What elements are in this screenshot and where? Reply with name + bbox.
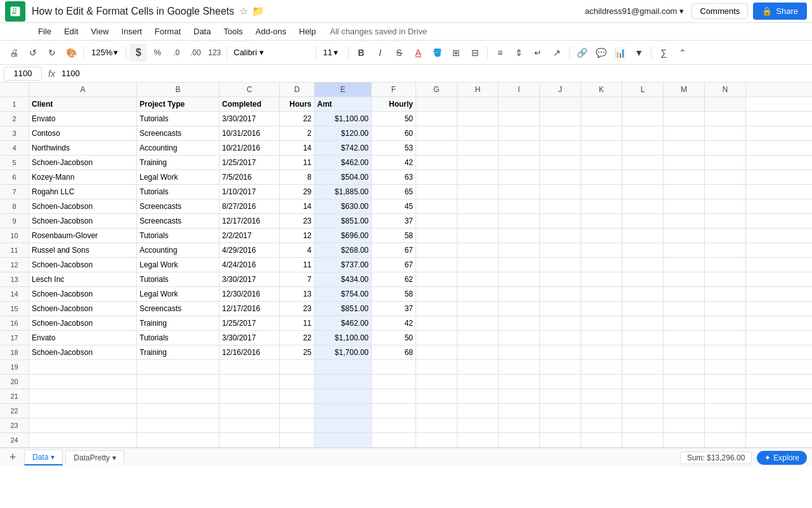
cell-A23[interactable] [29, 418, 137, 432]
user-info[interactable]: achildress91@gmail.com ▾ [585, 6, 684, 16]
cell-D4[interactable]: 14 [280, 141, 315, 155]
cell-C11[interactable]: 4/29/2016 [219, 243, 280, 257]
cell-N6[interactable] [705, 170, 746, 184]
cell-J12[interactable] [540, 258, 581, 272]
menu-tools[interactable]: Tools [217, 25, 249, 37]
cell-L19[interactable] [622, 360, 664, 374]
cell-M16[interactable] [664, 316, 705, 330]
cell-E10[interactable]: $696.00 [315, 229, 372, 243]
cell-F10[interactable]: 58 [372, 229, 416, 243]
cell-B9[interactable]: Screencasts [137, 214, 219, 228]
cell-B20[interactable] [137, 375, 219, 389]
col-header-j[interactable]: J [540, 83, 581, 97]
cell-F8[interactable]: 45 [372, 199, 416, 213]
cell-I24[interactable] [499, 433, 540, 447]
cell-A14[interactable]: Schoen-Jacobson [29, 287, 137, 301]
cell-A7[interactable]: Rogahn LLC [29, 185, 137, 199]
row-number-10[interactable]: 10 [0, 229, 29, 243]
cell-M18[interactable] [664, 345, 705, 359]
cell-E14[interactable]: $754.00 [315, 287, 372, 301]
cell-F24[interactable] [372, 433, 416, 447]
row-number-6[interactable]: 6 [0, 170, 29, 184]
cell-A19[interactable] [29, 360, 137, 374]
cell-B18[interactable]: Training [137, 345, 219, 359]
cell-A3[interactable]: Contoso [29, 126, 137, 140]
cell-K23[interactable] [581, 418, 622, 432]
cell-G15[interactable] [416, 302, 457, 316]
cell-N15[interactable] [705, 302, 746, 316]
cell-M24[interactable] [664, 433, 705, 447]
cell-L11[interactable] [622, 243, 664, 257]
cell-C23[interactable] [219, 418, 280, 432]
row-number-9[interactable]: 9 [0, 214, 29, 228]
col-header-m[interactable]: M [664, 83, 705, 97]
cell-J6[interactable] [540, 170, 581, 184]
cell-I10[interactable] [499, 229, 540, 243]
row-number-2[interactable]: 2 [0, 112, 29, 126]
cell-J23[interactable] [540, 418, 581, 432]
cell-N7[interactable] [705, 185, 746, 199]
cell-E5[interactable]: $462.00 [315, 156, 372, 170]
borders-button[interactable]: ⊞ [447, 44, 465, 62]
sheet-tab-dropdown-2[interactable]: ▾ [112, 453, 116, 462]
menu-file[interactable]: File [32, 25, 58, 37]
cell-L17[interactable] [622, 331, 664, 345]
comments-button[interactable]: Comments [691, 3, 748, 19]
cell-I4[interactable] [499, 141, 540, 155]
cell-G6[interactable] [416, 170, 457, 184]
share-button[interactable]: 🔒 Share [753, 3, 807, 20]
cell-H24[interactable] [457, 433, 499, 447]
cell-F7[interactable]: 65 [372, 185, 416, 199]
cell-C1[interactable]: Completed [219, 97, 280, 111]
cell-J15[interactable] [540, 302, 581, 316]
hyperlink-button[interactable]: 🔗 [573, 44, 591, 62]
cell-K11[interactable] [581, 243, 622, 257]
cell-M10[interactable] [664, 229, 705, 243]
cell-D19[interactable] [280, 360, 315, 374]
cell-D24[interactable] [280, 433, 315, 447]
cell-B17[interactable]: Tutorials [137, 331, 219, 345]
cell-F9[interactable]: 37 [372, 214, 416, 228]
cell-G2[interactable] [416, 112, 457, 126]
cell-H4[interactable] [457, 141, 499, 155]
cell-B21[interactable] [137, 389, 219, 403]
cell-G19[interactable] [416, 360, 457, 374]
cell-E4[interactable]: $742.00 [315, 141, 372, 155]
cell-K10[interactable] [581, 229, 622, 243]
cell-K1[interactable] [581, 97, 622, 111]
row-number-18[interactable]: 18 [0, 345, 29, 359]
cell-D2[interactable]: 22 [280, 112, 315, 126]
cell-A16[interactable]: Schoen-Jacobson [29, 316, 137, 330]
cell-N8[interactable] [705, 199, 746, 213]
cell-A1[interactable]: Client [29, 97, 137, 111]
cell-N11[interactable] [705, 243, 746, 257]
cell-G8[interactable] [416, 199, 457, 213]
cell-K16[interactable] [581, 316, 622, 330]
col-header-h[interactable]: H [457, 83, 499, 97]
cell-G16[interactable] [416, 316, 457, 330]
cell-J5[interactable] [540, 156, 581, 170]
cell-I21[interactable] [499, 389, 540, 403]
cell-H18[interactable] [457, 345, 499, 359]
cell-H12[interactable] [457, 258, 499, 272]
cell-F2[interactable]: 50 [372, 112, 416, 126]
halign-button[interactable]: ≡ [491, 44, 509, 62]
col-header-l[interactable]: L [622, 83, 664, 97]
cell-G11[interactable] [416, 243, 457, 257]
row-number-5[interactable]: 5 [0, 156, 29, 170]
cell-D16[interactable]: 11 [280, 316, 315, 330]
percent-format-button[interactable]: % [148, 44, 166, 62]
sheet-tab-datapretty[interactable]: DataPretty ▾ [65, 450, 124, 465]
cell-C18[interactable]: 12/16/2016 [219, 345, 280, 359]
cell-L16[interactable] [622, 316, 664, 330]
cell-J1[interactable] [540, 97, 581, 111]
cell-D1[interactable]: Hours [280, 97, 315, 111]
cell-L23[interactable] [622, 418, 664, 432]
merge-cells-button[interactable]: ⊟ [466, 44, 484, 62]
cell-J18[interactable] [540, 345, 581, 359]
cell-F15[interactable]: 37 [372, 302, 416, 316]
cell-N13[interactable] [705, 272, 746, 286]
cell-N5[interactable] [705, 156, 746, 170]
cell-C22[interactable] [219, 404, 280, 418]
cell-J17[interactable] [540, 331, 581, 345]
